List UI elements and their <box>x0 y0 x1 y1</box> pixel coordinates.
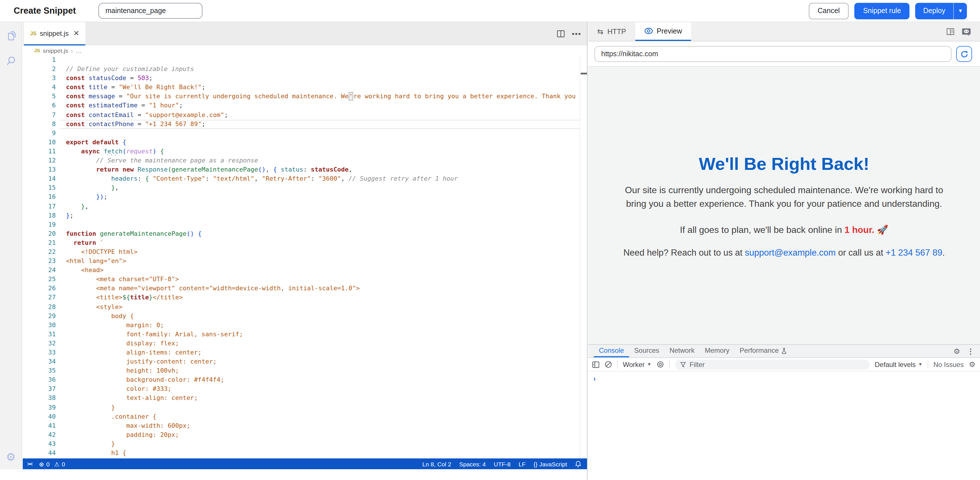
code-line[interactable]: 31 font-family: Arial, sans-serif; <box>23 330 587 339</box>
notifications-bell-button[interactable] <box>575 460 581 467</box>
deploy-dropdown-button[interactable]: ▼ <box>953 3 967 19</box>
indentation-setting[interactable]: Spaces: 4 <box>459 460 486 467</box>
tab-console[interactable]: Console <box>594 345 629 357</box>
code-line[interactable]: 13 return new Response(generateMaintenan… <box>23 165 587 174</box>
code-line[interactable]: 26 <meta name="viewport" content="width=… <box>23 284 587 293</box>
eol-setting[interactable]: LF <box>519 460 526 467</box>
issues-counter[interactable]: No Issues <box>933 360 964 368</box>
tab-performance[interactable]: Performance <box>735 345 792 357</box>
cancel-button[interactable]: Cancel <box>808 3 849 19</box>
filter-input[interactable]: Filter <box>675 359 870 369</box>
code-line[interactable]: 15 }, <box>23 184 587 193</box>
code-line[interactable]: 7const contactEmail = "support@example.c… <box>23 111 587 120</box>
live-expression-button[interactable] <box>657 361 665 368</box>
kebab-menu-button[interactable]: ⋮ <box>967 347 974 355</box>
code-line[interactable]: 43 } <box>23 440 587 449</box>
snippet-rule-button[interactable]: Snippet rule <box>854 3 910 19</box>
javascript-file-icon: JS <box>34 48 40 53</box>
console-output[interactable]: › <box>588 372 980 480</box>
chevron-down-icon: ▼ <box>918 362 923 367</box>
support-email-link[interactable]: support@example.com <box>745 248 835 257</box>
language-mode[interactable]: {} JavaScript <box>533 460 567 467</box>
console-settings-button[interactable]: ⚙ <box>969 361 975 368</box>
line-number: 16 <box>23 193 59 202</box>
code-line[interactable]: 32 display: flex; <box>23 339 587 348</box>
code-line[interactable]: 39 } <box>23 403 587 412</box>
tab-network[interactable]: Network <box>664 345 700 357</box>
code-line[interactable]: 40 .container { <box>23 412 587 421</box>
search-button[interactable] <box>4 54 18 68</box>
code-line[interactable]: 25 <meta charset="UTF-8"> <box>23 275 587 284</box>
code-line[interactable]: 42 padding: 20px; <box>23 431 587 440</box>
code-line[interactable]: 1 <box>23 55 587 65</box>
code-line[interactable]: 21 return ` <box>23 239 587 248</box>
code-line[interactable]: 16 }); <box>23 193 587 202</box>
code-editor[interactable]: 12// Define your customizable inputs3con… <box>23 55 587 458</box>
code-line[interactable]: 33 align-items: center; <box>23 348 587 357</box>
code-line[interactable]: 27 <title>${title}</title> <box>23 293 587 303</box>
encoding-setting[interactable]: UTF-8 <box>494 460 511 467</box>
code-line[interactable]: 19 <box>23 220 587 229</box>
code-line[interactable]: 37 color: #333; <box>23 385 587 394</box>
line-number: 4 <box>23 83 59 92</box>
code-line[interactable]: 30 margin: 0; <box>23 321 587 330</box>
log-levels-selector[interactable]: Default levels▼ <box>875 360 923 368</box>
close-icon[interactable]: ✕ <box>73 29 80 38</box>
code-line[interactable]: 3const statusCode = 503; <box>23 74 587 83</box>
tab-preview[interactable]: Preview <box>635 22 691 41</box>
settings-button[interactable]: ⚙ <box>4 450 18 464</box>
code-line[interactable]: 20function generateMaintenancePage() { <box>23 230 587 239</box>
maintenance-page: We'll Be Right Back! Our site is current… <box>612 154 956 258</box>
search-icon <box>5 54 17 67</box>
editor-column: JS snippet.js ✕ ••• <box>23 22 587 469</box>
breadcrumb-more[interactable]: … <box>76 47 82 54</box>
code-line[interactable]: 22 <!DOCTYPE html> <box>23 248 587 257</box>
code-line[interactable]: 23<html lang="en"> <box>23 257 587 266</box>
code-line[interactable]: 29 body { <box>23 312 587 321</box>
remote-indicator-icon[interactable]: >< <box>27 461 32 467</box>
snippet-name-input[interactable] <box>99 3 203 19</box>
cursor-position[interactable]: Ln 8, Col 2 <box>422 460 451 467</box>
tab-memory[interactable]: Memory <box>700 345 735 357</box>
discord-button[interactable] <box>962 27 971 36</box>
phone-link[interactable]: +1 234 567 89 <box>886 248 942 257</box>
code-line[interactable]: 41 max-width: 600px; <box>23 421 587 431</box>
console-sidebar-toggle-button[interactable] <box>592 361 600 368</box>
breadcrumb-file[interactable]: snippet.js <box>43 47 68 54</box>
clear-console-button[interactable] <box>605 361 612 368</box>
code-line[interactable]: 2// Define your customizable inputs <box>23 65 587 74</box>
code-line[interactable]: 17 }, <box>23 202 587 211</box>
code-line[interactable]: 24 <head> <box>23 266 587 275</box>
context-selector[interactable]: Worker▼ <box>623 360 652 368</box>
tab-snippet-js[interactable]: JS snippet.js ✕ <box>24 22 85 46</box>
code-line[interactable]: 44 h1 { <box>23 449 587 458</box>
code-line[interactable]: 4const title = "We'll Be Right Back!"; <box>23 83 587 92</box>
code-line[interactable]: 38 text-align: center; <box>23 394 587 403</box>
split-editor-button[interactable] <box>557 30 565 38</box>
code-line[interactable]: 35 height: 100vh; <box>23 366 587 375</box>
problems-indicator[interactable]: ⊗0 ⚠0 <box>39 460 65 467</box>
console-prompt[interactable]: › <box>593 374 596 383</box>
more-actions-button[interactable]: ••• <box>572 30 581 38</box>
code-line[interactable]: 34 justify-content: center; <box>23 357 587 366</box>
url-input[interactable] <box>594 46 951 62</box>
line-number: 29 <box>23 312 59 321</box>
refresh-button[interactable] <box>956 46 972 62</box>
files-explorer-button[interactable] <box>4 29 18 43</box>
code-line[interactable]: 9 <box>23 129 587 138</box>
code-line[interactable]: 14 headers: { "Content-Type": "text/html… <box>23 174 587 184</box>
code-line[interactable]: 6const estimatedTime = "1 hour"; <box>23 101 587 111</box>
code-line[interactable]: 28 <style> <box>23 303 587 312</box>
deploy-button[interactable]: Deploy <box>915 3 953 19</box>
code-line[interactable]: 5const message = "Our site is currently … <box>23 92 587 101</box>
breadcrumb[interactable]: JS snippet.js › … <box>23 46 587 55</box>
code-line[interactable]: 18}; <box>23 211 587 220</box>
tab-http[interactable]: ⇆ HTTP <box>588 22 635 41</box>
code-line[interactable]: 36 background-color: #f4f4f4; <box>23 376 587 385</box>
code-line[interactable]: 8const contactPhone = "+1 234 567 89"; <box>23 120 587 129</box>
editor-scrollbar[interactable] <box>579 55 587 458</box>
docs-button[interactable] <box>946 27 955 35</box>
devtools-settings-button[interactable]: ⚙ <box>953 347 960 355</box>
code-line[interactable]: 10export default { <box>23 138 587 147</box>
tab-sources[interactable]: Sources <box>629 345 664 357</box>
